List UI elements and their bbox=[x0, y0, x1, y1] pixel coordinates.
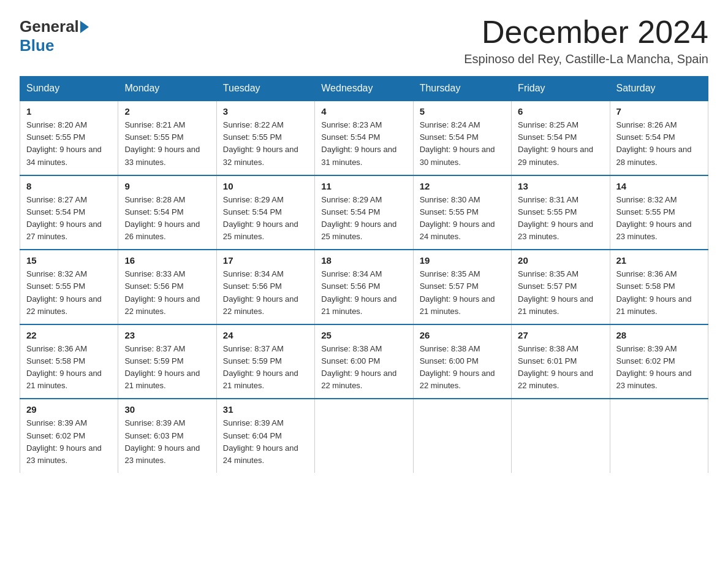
day-info: Sunrise: 8:39 AMSunset: 6:02 PMDaylight:… bbox=[26, 417, 112, 467]
calendar-day-cell bbox=[315, 399, 413, 473]
day-info: Sunrise: 8:38 AMSunset: 6:00 PMDaylight:… bbox=[420, 343, 505, 393]
logo-blue-text: Blue bbox=[20, 36, 54, 55]
day-number: 25 bbox=[321, 330, 406, 340]
day-number: 19 bbox=[420, 255, 505, 266]
calendar-day-cell: 14Sunrise: 8:32 AMSunset: 5:55 PMDayligh… bbox=[610, 175, 708, 250]
calendar-day-cell: 25Sunrise: 8:38 AMSunset: 6:00 PMDayligh… bbox=[315, 324, 413, 399]
calendar-day-cell: 2Sunrise: 8:21 AMSunset: 5:55 PMDaylight… bbox=[118, 101, 216, 175]
day-info: Sunrise: 8:35 AMSunset: 5:57 PMDaylight:… bbox=[518, 268, 603, 318]
calendar-day-cell: 29Sunrise: 8:39 AMSunset: 6:02 PMDayligh… bbox=[20, 399, 118, 473]
day-number: 21 bbox=[616, 255, 702, 266]
logo: General Blue bbox=[20, 15, 90, 55]
day-number: 18 bbox=[321, 255, 406, 266]
day-info: Sunrise: 8:22 AMSunset: 5:55 PMDaylight:… bbox=[223, 119, 308, 169]
day-info: Sunrise: 8:37 AMSunset: 5:59 PMDaylight:… bbox=[124, 343, 210, 393]
day-number: 8 bbox=[26, 181, 112, 191]
calendar-header-friday: Friday bbox=[512, 77, 610, 101]
calendar-day-cell: 19Sunrise: 8:35 AMSunset: 5:57 PMDayligh… bbox=[413, 250, 511, 324]
calendar-header-tuesday: Tuesday bbox=[216, 77, 314, 101]
calendar-week-row: 15Sunrise: 8:32 AMSunset: 5:55 PMDayligh… bbox=[20, 250, 708, 324]
day-number: 2 bbox=[124, 106, 210, 117]
day-info: Sunrise: 8:25 AMSunset: 5:54 PMDaylight:… bbox=[518, 119, 603, 169]
calendar-header-saturday: Saturday bbox=[610, 77, 708, 101]
day-info: Sunrise: 8:34 AMSunset: 5:56 PMDaylight:… bbox=[321, 268, 406, 318]
day-number: 5 bbox=[420, 106, 505, 117]
day-number: 12 bbox=[420, 181, 505, 191]
calendar-day-cell: 12Sunrise: 8:30 AMSunset: 5:55 PMDayligh… bbox=[413, 175, 511, 250]
calendar-day-cell: 22Sunrise: 8:36 AMSunset: 5:58 PMDayligh… bbox=[20, 324, 118, 399]
day-info: Sunrise: 8:38 AMSunset: 6:01 PMDaylight:… bbox=[518, 343, 603, 393]
day-info: Sunrise: 8:38 AMSunset: 6:00 PMDaylight:… bbox=[321, 343, 406, 393]
day-info: Sunrise: 8:24 AMSunset: 5:54 PMDaylight:… bbox=[420, 119, 505, 169]
day-info: Sunrise: 8:39 AMSunset: 6:04 PMDaylight:… bbox=[223, 417, 308, 467]
logo-general: General bbox=[20, 17, 90, 36]
day-number: 15 bbox=[26, 255, 112, 266]
day-number: 26 bbox=[420, 330, 505, 340]
logo-general-text: General bbox=[20, 17, 79, 36]
day-info: Sunrise: 8:26 AMSunset: 5:54 PMDaylight:… bbox=[616, 119, 702, 169]
day-number: 11 bbox=[321, 181, 406, 191]
day-number: 30 bbox=[124, 404, 210, 415]
day-number: 16 bbox=[124, 255, 210, 266]
day-number: 17 bbox=[223, 255, 308, 266]
calendar-day-cell: 21Sunrise: 8:36 AMSunset: 5:58 PMDayligh… bbox=[610, 250, 708, 324]
day-number: 22 bbox=[26, 330, 112, 340]
calendar-day-cell: 8Sunrise: 8:27 AMSunset: 5:54 PMDaylight… bbox=[20, 175, 118, 250]
day-info: Sunrise: 8:29 AMSunset: 5:54 PMDaylight:… bbox=[321, 194, 406, 243]
calendar-day-cell: 5Sunrise: 8:24 AMSunset: 5:54 PMDaylight… bbox=[413, 101, 511, 175]
day-info: Sunrise: 8:32 AMSunset: 5:55 PMDaylight:… bbox=[26, 268, 112, 318]
calendar-header-wednesday: Wednesday bbox=[315, 77, 413, 101]
day-number: 28 bbox=[616, 330, 702, 340]
calendar-day-cell: 23Sunrise: 8:37 AMSunset: 5:59 PMDayligh… bbox=[118, 324, 216, 399]
calendar-week-row: 22Sunrise: 8:36 AMSunset: 5:58 PMDayligh… bbox=[20, 324, 708, 399]
day-number: 1 bbox=[26, 106, 112, 117]
calendar-day-cell: 24Sunrise: 8:37 AMSunset: 5:59 PMDayligh… bbox=[216, 324, 314, 399]
day-number: 3 bbox=[223, 106, 308, 117]
day-info: Sunrise: 8:23 AMSunset: 5:54 PMDaylight:… bbox=[321, 119, 406, 169]
day-number: 23 bbox=[124, 330, 210, 340]
calendar-day-cell: 20Sunrise: 8:35 AMSunset: 5:57 PMDayligh… bbox=[512, 250, 610, 324]
calendar-day-cell: 26Sunrise: 8:38 AMSunset: 6:00 PMDayligh… bbox=[413, 324, 511, 399]
day-info: Sunrise: 8:28 AMSunset: 5:54 PMDaylight:… bbox=[124, 194, 210, 243]
day-number: 7 bbox=[616, 106, 702, 117]
day-number: 24 bbox=[223, 330, 308, 340]
calendar-day-cell: 16Sunrise: 8:33 AMSunset: 5:56 PMDayligh… bbox=[118, 250, 216, 324]
day-number: 6 bbox=[518, 106, 603, 117]
day-info: Sunrise: 8:29 AMSunset: 5:54 PMDaylight:… bbox=[223, 194, 308, 243]
day-info: Sunrise: 8:27 AMSunset: 5:54 PMDaylight:… bbox=[26, 194, 112, 243]
title-section: December 2024 Espinoso del Rey, Castille… bbox=[464, 15, 708, 66]
day-number: 14 bbox=[616, 181, 702, 191]
calendar-day-cell bbox=[610, 399, 708, 473]
location: Espinoso del Rey, Castille-La Mancha, Sp… bbox=[464, 52, 708, 66]
day-info: Sunrise: 8:33 AMSunset: 5:56 PMDaylight:… bbox=[124, 268, 210, 318]
day-info: Sunrise: 8:21 AMSunset: 5:55 PMDaylight:… bbox=[124, 119, 210, 169]
day-number: 4 bbox=[321, 106, 406, 117]
calendar-day-cell: 11Sunrise: 8:29 AMSunset: 5:54 PMDayligh… bbox=[315, 175, 413, 250]
day-info: Sunrise: 8:39 AMSunset: 6:02 PMDaylight:… bbox=[616, 343, 702, 393]
calendar-header-sunday: Sunday bbox=[20, 77, 118, 101]
day-info: Sunrise: 8:35 AMSunset: 5:57 PMDaylight:… bbox=[420, 268, 505, 318]
calendar-day-cell: 6Sunrise: 8:25 AMSunset: 5:54 PMDaylight… bbox=[512, 101, 610, 175]
calendar-week-row: 1Sunrise: 8:20 AMSunset: 5:55 PMDaylight… bbox=[20, 101, 708, 175]
calendar-week-row: 29Sunrise: 8:39 AMSunset: 6:02 PMDayligh… bbox=[20, 399, 708, 473]
page-header: General Blue December 2024 Espinoso del … bbox=[20, 15, 708, 66]
day-info: Sunrise: 8:37 AMSunset: 5:59 PMDaylight:… bbox=[223, 343, 308, 393]
day-number: 10 bbox=[223, 181, 308, 191]
day-info: Sunrise: 8:34 AMSunset: 5:56 PMDaylight:… bbox=[223, 268, 308, 318]
day-number: 31 bbox=[223, 404, 308, 415]
calendar-day-cell: 15Sunrise: 8:32 AMSunset: 5:55 PMDayligh… bbox=[20, 250, 118, 324]
day-info: Sunrise: 8:32 AMSunset: 5:55 PMDaylight:… bbox=[616, 194, 702, 243]
calendar-day-cell: 30Sunrise: 8:39 AMSunset: 6:03 PMDayligh… bbox=[118, 399, 216, 473]
calendar-day-cell: 3Sunrise: 8:22 AMSunset: 5:55 PMDaylight… bbox=[216, 101, 314, 175]
calendar-day-cell: 13Sunrise: 8:31 AMSunset: 5:55 PMDayligh… bbox=[512, 175, 610, 250]
logo-arrow-icon bbox=[80, 21, 89, 33]
calendar-day-cell: 27Sunrise: 8:38 AMSunset: 6:01 PMDayligh… bbox=[512, 324, 610, 399]
calendar-day-cell: 18Sunrise: 8:34 AMSunset: 5:56 PMDayligh… bbox=[315, 250, 413, 324]
day-number: 29 bbox=[26, 404, 112, 415]
calendar-day-cell: 9Sunrise: 8:28 AMSunset: 5:54 PMDaylight… bbox=[118, 175, 216, 250]
day-number: 27 bbox=[518, 330, 603, 340]
day-info: Sunrise: 8:31 AMSunset: 5:55 PMDaylight:… bbox=[518, 194, 603, 243]
day-number: 9 bbox=[124, 181, 210, 191]
day-number: 13 bbox=[518, 181, 603, 191]
day-info: Sunrise: 8:30 AMSunset: 5:55 PMDaylight:… bbox=[420, 194, 505, 243]
